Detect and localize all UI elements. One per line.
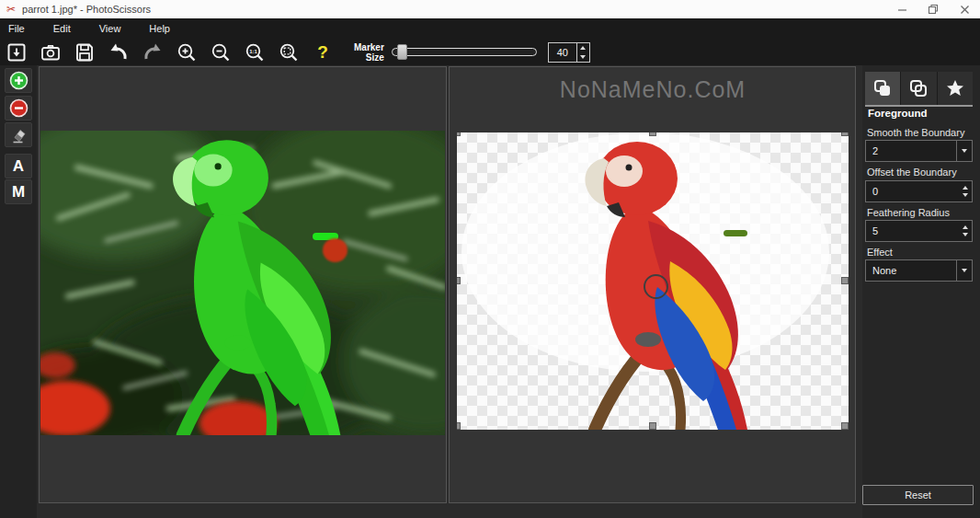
restore-icon: [928, 4, 939, 15]
dropdown-arrow-icon[interactable]: [956, 141, 972, 161]
result-image-canvas[interactable]: [457, 132, 849, 430]
zoom-in-button[interactable]: [176, 41, 198, 63]
selection-handle-top-left[interactable]: [457, 132, 461, 136]
open-image-button[interactable]: [6, 41, 28, 63]
marker-size-value[interactable]: 40: [549, 43, 576, 62]
marker-size-decrease-button[interactable]: [577, 52, 589, 62]
help-icon: ?: [317, 43, 328, 61]
marker-size-increase-button[interactable]: [577, 43, 589, 52]
window-title: parrot 1.jpg* - PhotoScissors: [22, 4, 151, 15]
camera-button[interactable]: [40, 41, 62, 63]
restore-button[interactable]: [917, 0, 949, 18]
menubar: File Edit View Help: [0, 18, 980, 39]
save-button[interactable]: [74, 41, 96, 63]
close-button[interactable]: [949, 0, 980, 18]
manual-mode-label: M: [12, 183, 25, 201]
feathering-radius-label: Feathering Radius: [867, 207, 950, 218]
close-icon: [960, 5, 970, 15]
redo-icon: [142, 41, 164, 63]
zoom-actual-size-button[interactable]: 1:1: [244, 41, 266, 63]
zoom-out-button[interactable]: [210, 41, 232, 63]
spin-down-icon[interactable]: [963, 233, 968, 236]
marker-size-spinbox[interactable]: 40: [548, 42, 590, 63]
marker-size-slider[interactable]: [392, 48, 537, 56]
arrow-down-icon: [580, 55, 586, 59]
settings-sidebar: Foreground Smooth the Boundary 2 Offset …: [862, 65, 980, 518]
toolbar: 1:1 ? Marker Size 40: [0, 39, 980, 65]
titlebar: ✂ parrot 1.jpg* - PhotoScissors: [0, 0, 980, 18]
spin-down-icon[interactable]: [963, 193, 968, 197]
offset-boundary-value: 0: [866, 181, 958, 201]
spin-up-icon[interactable]: [963, 225, 968, 229]
section-title: Foreground: [868, 108, 928, 119]
brush-cursor: [644, 274, 668, 299]
eraser-icon: [9, 126, 28, 144]
spin-up-icon[interactable]: [963, 186, 968, 190]
foreground-marker-stroke-preview: [724, 230, 747, 236]
undo-icon: [108, 41, 130, 63]
menu-file[interactable]: File: [8, 23, 25, 34]
save-icon: [74, 41, 96, 63]
selection-handle-bottom-right[interactable]: [841, 422, 849, 430]
camera-icon: [40, 41, 62, 63]
redo-button[interactable]: [142, 41, 164, 63]
minus-circle-icon: [9, 98, 28, 118]
zoom-actual-size-icon: 1:1: [244, 41, 266, 63]
mark-foreground-button[interactable]: [5, 68, 32, 93]
selection-handle-bottom-middle[interactable]: [649, 422, 656, 430]
help-button[interactable]: ?: [312, 41, 334, 63]
dropdown-arrow-icon[interactable]: [956, 260, 972, 281]
arrow-up-icon: [580, 46, 586, 50]
effect-label: Effect: [867, 247, 893, 258]
minimize-button[interactable]: [886, 0, 917, 18]
tools-sidebar: A M: [0, 65, 37, 518]
zoom-fit-icon: [278, 41, 300, 63]
feathering-radius-value: 5: [866, 221, 958, 241]
selection-handle-middle-right[interactable]: [841, 277, 849, 284]
open-image-icon: [6, 41, 28, 63]
selection-handle-bottom-left[interactable]: [457, 422, 461, 430]
undo-button[interactable]: [108, 41, 130, 63]
source-image-panel: [39, 66, 447, 503]
svg-text:1:1: 1:1: [249, 49, 257, 54]
menu-help[interactable]: Help: [149, 23, 170, 34]
offset-boundary-spinner[interactable]: 0: [865, 180, 973, 202]
feathering-radius-spinner[interactable]: 5: [865, 220, 973, 242]
mark-background-button[interactable]: [5, 96, 32, 121]
result-image-panel: [449, 66, 856, 503]
app-logo-scissors-icon: ✂: [6, 4, 16, 15]
smooth-boundary-dropdown[interactable]: 2: [865, 140, 973, 162]
plus-circle-icon: [9, 71, 28, 90]
selection-handle-top-middle[interactable]: [649, 132, 656, 136]
effect-dropdown[interactable]: None: [865, 259, 973, 282]
source-image-canvas[interactable]: [40, 131, 445, 435]
photoscissors-window: ✂ parrot 1.jpg* - PhotoScissors File: [0, 0, 980, 518]
tab-underline: [865, 105, 973, 107]
star-icon: [945, 78, 965, 98]
zoom-fit-button[interactable]: [278, 41, 300, 63]
menu-edit[interactable]: Edit: [53, 23, 71, 34]
background-marker-stroke: [323, 238, 348, 262]
menu-view[interactable]: View: [99, 23, 121, 34]
auto-mode-button[interactable]: A: [5, 154, 32, 178]
watermark-text: NoNaMeNo.CoM: [524, 76, 781, 103]
parrot-foreground-marked-green: [40, 131, 445, 435]
eraser-button[interactable]: [5, 122, 32, 147]
marker-size-slider-handle[interactable]: [397, 44, 407, 60]
reset-button[interactable]: Reset: [862, 485, 974, 505]
background-layers-icon: [908, 78, 929, 98]
zoom-in-icon: [176, 41, 198, 63]
settings-tabs: [865, 72, 973, 105]
selection-handle-top-right[interactable]: [841, 132, 849, 136]
smooth-boundary-label: Smooth the Boundary: [867, 127, 964, 138]
foreground-tab[interactable]: [865, 72, 901, 105]
effects-tab[interactable]: [938, 72, 973, 105]
auto-mode-label: A: [13, 157, 24, 176]
offset-boundary-label: Offset the Boundary: [867, 167, 957, 178]
minimize-icon: [897, 5, 907, 15]
background-tab[interactable]: [901, 72, 937, 105]
zoom-out-icon: [210, 41, 232, 63]
manual-mode-button[interactable]: M: [5, 179, 32, 204]
selection-handle-middle-left[interactable]: [457, 277, 461, 284]
marker-size-label: Marker Size: [354, 42, 384, 63]
